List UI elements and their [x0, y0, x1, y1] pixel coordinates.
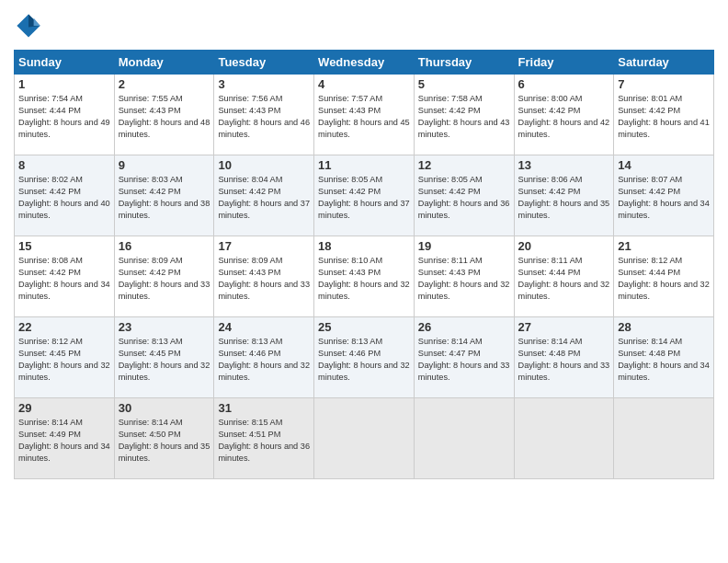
day-number: 10: [218, 158, 310, 172]
day-number: 20: [518, 239, 610, 253]
calendar-cell: 14 Sunrise: 8:07 AM Sunset: 4:42 PM Dayl…: [614, 155, 714, 236]
calendar-cell: 3 Sunrise: 7:56 AM Sunset: 4:43 PM Dayli…: [214, 75, 314, 155]
week-row-5: 29 Sunrise: 8:14 AM Sunset: 4:49 PM Dayl…: [15, 398, 714, 479]
cell-content: Sunrise: 8:01 AM Sunset: 4:42 PM Dayligh…: [618, 93, 710, 141]
day-number: 9: [119, 158, 210, 172]
col-header-thursday: Thursday: [414, 51, 514, 75]
cell-content: Sunrise: 8:06 AM Sunset: 4:42 PM Dayligh…: [518, 174, 610, 222]
day-number: 29: [18, 401, 110, 415]
col-header-saturday: Saturday: [614, 51, 714, 75]
calendar-cell: 31 Sunrise: 8:15 AM Sunset: 4:51 PM Dayl…: [214, 398, 314, 479]
calendar-cell: 29 Sunrise: 8:14 AM Sunset: 4:49 PM Dayl…: [15, 398, 115, 479]
day-number: 30: [119, 401, 210, 415]
cell-content: Sunrise: 8:13 AM Sunset: 4:45 PM Dayligh…: [119, 336, 210, 384]
col-header-tuesday: Tuesday: [214, 51, 314, 75]
day-number: 2: [119, 77, 210, 91]
cell-content: Sunrise: 8:14 AM Sunset: 4:49 PM Dayligh…: [18, 417, 110, 465]
svg-marker-2: [34, 18, 40, 26]
day-number: 28: [618, 320, 710, 334]
calendar-cell: 9 Sunrise: 8:03 AM Sunset: 4:42 PM Dayli…: [114, 155, 214, 236]
day-number: 15: [18, 239, 110, 253]
page: SundayMondayTuesdayWednesdayThursdayFrid…: [0, 0, 728, 563]
calendar-cell: 24 Sunrise: 8:13 AM Sunset: 4:46 PM Dayl…: [214, 317, 314, 398]
header: [14, 9, 714, 42]
day-number: 13: [518, 158, 610, 172]
day-number: 25: [318, 320, 410, 334]
day-number: 6: [518, 77, 610, 91]
header-row: SundayMondayTuesdayWednesdayThursdayFrid…: [15, 51, 714, 75]
calendar-cell: 17 Sunrise: 8:09 AM Sunset: 4:43 PM Dayl…: [214, 236, 314, 317]
cell-content: Sunrise: 8:04 AM Sunset: 4:42 PM Dayligh…: [218, 174, 310, 222]
calendar-cell: 12 Sunrise: 8:05 AM Sunset: 4:42 PM Dayl…: [414, 155, 514, 236]
day-number: 22: [18, 320, 110, 334]
calendar-cell: 30 Sunrise: 8:14 AM Sunset: 4:50 PM Dayl…: [114, 398, 214, 479]
day-number: 18: [318, 239, 410, 253]
calendar-cell: 20 Sunrise: 8:11 AM Sunset: 4:44 PM Dayl…: [514, 236, 614, 317]
day-number: 17: [218, 239, 310, 253]
day-number: 23: [119, 320, 210, 334]
cell-content: Sunrise: 7:58 AM Sunset: 4:42 PM Dayligh…: [418, 93, 510, 141]
cell-content: Sunrise: 8:14 AM Sunset: 4:50 PM Dayligh…: [119, 417, 210, 465]
calendar-cell: [314, 398, 415, 479]
calendar-cell: 8 Sunrise: 8:02 AM Sunset: 4:42 PM Dayli…: [15, 155, 115, 236]
cell-content: Sunrise: 8:15 AM Sunset: 4:51 PM Dayligh…: [218, 417, 310, 465]
calendar-cell: [614, 398, 714, 479]
cell-content: Sunrise: 8:00 AM Sunset: 4:42 PM Dayligh…: [518, 93, 610, 141]
cell-content: Sunrise: 7:57 AM Sunset: 4:43 PM Dayligh…: [318, 93, 410, 141]
week-row-3: 15 Sunrise: 8:08 AM Sunset: 4:42 PM Dayl…: [15, 236, 714, 317]
calendar-cell: 15 Sunrise: 8:08 AM Sunset: 4:42 PM Dayl…: [15, 236, 115, 317]
calendar-cell: 28 Sunrise: 8:14 AM Sunset: 4:48 PM Dayl…: [614, 317, 714, 398]
col-header-friday: Friday: [514, 51, 614, 75]
calendar-cell: 13 Sunrise: 8:06 AM Sunset: 4:42 PM Dayl…: [514, 155, 614, 236]
calendar-cell: 10 Sunrise: 8:04 AM Sunset: 4:42 PM Dayl…: [214, 155, 314, 236]
calendar-cell: 2 Sunrise: 7:55 AM Sunset: 4:43 PM Dayli…: [114, 75, 214, 155]
day-number: 5: [418, 77, 510, 91]
col-header-sunday: Sunday: [15, 51, 115, 75]
col-header-monday: Monday: [114, 51, 214, 75]
day-number: 24: [218, 320, 310, 334]
cell-content: Sunrise: 8:09 AM Sunset: 4:43 PM Dayligh…: [218, 255, 310, 303]
calendar-cell: 6 Sunrise: 8:00 AM Sunset: 4:42 PM Dayli…: [514, 75, 614, 155]
calendar-cell: 25 Sunrise: 8:13 AM Sunset: 4:46 PM Dayl…: [314, 317, 415, 398]
cell-content: Sunrise: 7:54 AM Sunset: 4:44 PM Dayligh…: [18, 93, 110, 141]
calendar-table: SundayMondayTuesdayWednesdayThursdayFrid…: [14, 50, 714, 479]
col-header-wednesday: Wednesday: [314, 51, 415, 75]
calendar-cell: 1 Sunrise: 7:54 AM Sunset: 4:44 PM Dayli…: [15, 75, 115, 155]
day-number: 12: [418, 158, 510, 172]
cell-content: Sunrise: 8:03 AM Sunset: 4:42 PM Dayligh…: [119, 174, 210, 222]
calendar-cell: [414, 398, 514, 479]
cell-content: Sunrise: 8:12 AM Sunset: 4:44 PM Dayligh…: [618, 255, 710, 303]
day-number: 27: [518, 320, 610, 334]
calendar-cell: [514, 398, 614, 479]
calendar-cell: 23 Sunrise: 8:13 AM Sunset: 4:45 PM Dayl…: [114, 317, 214, 398]
week-row-2: 8 Sunrise: 8:02 AM Sunset: 4:42 PM Dayli…: [15, 155, 714, 236]
cell-content: Sunrise: 8:10 AM Sunset: 4:43 PM Dayligh…: [318, 255, 410, 303]
calendar-cell: 18 Sunrise: 8:10 AM Sunset: 4:43 PM Dayl…: [314, 236, 415, 317]
day-number: 11: [318, 158, 410, 172]
day-number: 14: [618, 158, 710, 172]
cell-content: Sunrise: 8:11 AM Sunset: 4:44 PM Dayligh…: [518, 255, 610, 303]
day-number: 31: [218, 401, 310, 415]
day-number: 16: [119, 239, 210, 253]
calendar-cell: 27 Sunrise: 8:14 AM Sunset: 4:48 PM Dayl…: [514, 317, 614, 398]
week-row-4: 22 Sunrise: 8:12 AM Sunset: 4:45 PM Dayl…: [15, 317, 714, 398]
day-number: 19: [418, 239, 510, 253]
calendar-cell: 4 Sunrise: 7:57 AM Sunset: 4:43 PM Dayli…: [314, 75, 415, 155]
cell-content: Sunrise: 8:14 AM Sunset: 4:48 PM Dayligh…: [518, 336, 610, 384]
cell-content: Sunrise: 7:55 AM Sunset: 4:43 PM Dayligh…: [119, 93, 210, 141]
cell-content: Sunrise: 8:14 AM Sunset: 4:47 PM Dayligh…: [418, 336, 510, 384]
day-number: 3: [218, 77, 310, 91]
calendar-cell: 16 Sunrise: 8:09 AM Sunset: 4:42 PM Dayl…: [114, 236, 214, 317]
cell-content: Sunrise: 8:14 AM Sunset: 4:48 PM Dayligh…: [618, 336, 710, 384]
day-number: 8: [18, 158, 110, 172]
calendar-cell: 7 Sunrise: 8:01 AM Sunset: 4:42 PM Dayli…: [614, 75, 714, 155]
day-number: 26: [418, 320, 510, 334]
cell-content: Sunrise: 7:56 AM Sunset: 4:43 PM Dayligh…: [218, 93, 310, 141]
cell-content: Sunrise: 8:13 AM Sunset: 4:46 PM Dayligh…: [218, 336, 310, 384]
logo: [14, 13, 45, 42]
cell-content: Sunrise: 8:11 AM Sunset: 4:43 PM Dayligh…: [418, 255, 510, 303]
calendar-cell: 11 Sunrise: 8:05 AM Sunset: 4:42 PM Dayl…: [314, 155, 415, 236]
calendar-cell: 19 Sunrise: 8:11 AM Sunset: 4:43 PM Dayl…: [414, 236, 514, 317]
day-number: 7: [618, 77, 710, 91]
cell-content: Sunrise: 8:05 AM Sunset: 4:42 PM Dayligh…: [418, 174, 510, 222]
